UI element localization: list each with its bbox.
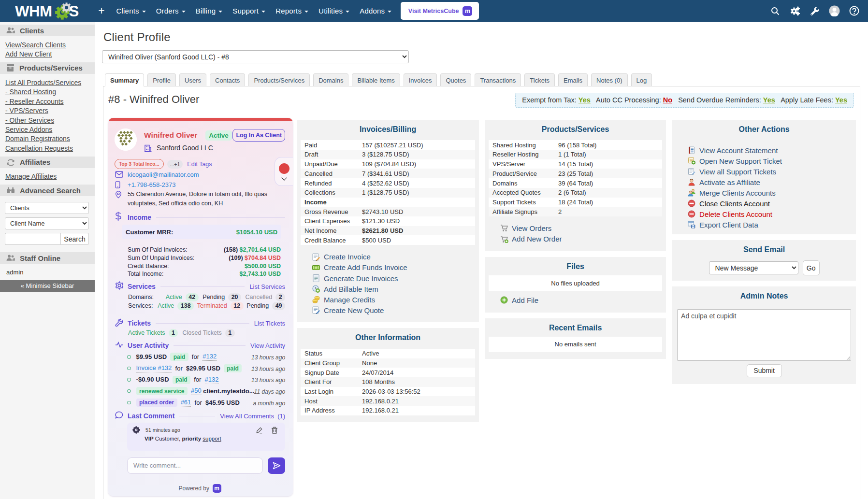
svg-text:S: S xyxy=(69,2,79,19)
svg-text:WHM: WHM xyxy=(15,2,52,19)
